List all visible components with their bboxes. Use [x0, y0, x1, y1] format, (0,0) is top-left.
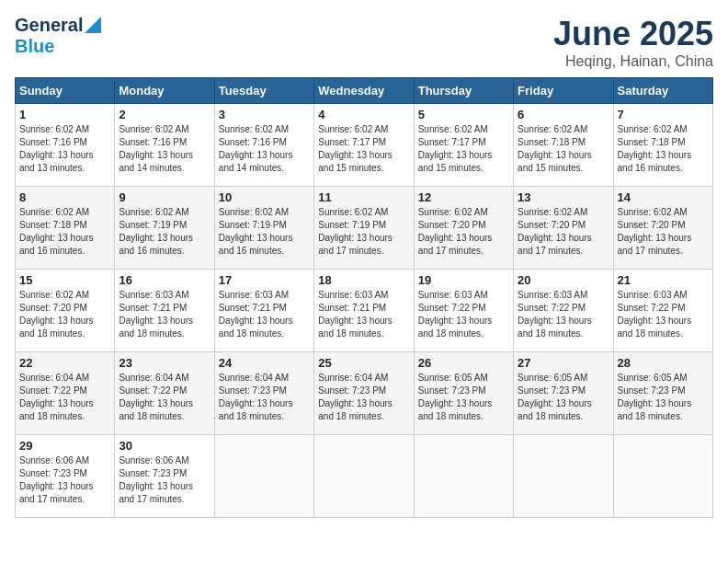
day-info: Sunrise: 6:02 AMSunset: 7:16 PMDaylight:… [19, 123, 110, 175]
month-title: June 2025 [553, 15, 713, 53]
day-info: Sunrise: 6:03 AMSunset: 7:22 PMDaylight:… [618, 289, 709, 340]
day-info: Sunrise: 6:02 AMSunset: 7:19 PMDaylight:… [119, 206, 210, 258]
day-number: 8 [19, 190, 110, 204]
col-sunday: Sunday [16, 78, 115, 104]
table-row: 1Sunrise: 6:02 AMSunset: 7:16 PMDaylight… [16, 104, 115, 187]
day-number: 11 [318, 190, 409, 204]
table-row [414, 435, 513, 518]
day-number: 23 [119, 356, 210, 370]
day-info: Sunrise: 6:04 AMSunset: 7:23 PMDaylight:… [318, 372, 409, 423]
table-row: 11Sunrise: 6:02 AMSunset: 7:19 PMDayligh… [314, 187, 414, 270]
day-number: 6 [518, 108, 609, 121]
table-row: 26Sunrise: 6:05 AMSunset: 7:23 PMDayligh… [414, 352, 513, 435]
table-row: 17Sunrise: 6:03 AMSunset: 7:21 PMDayligh… [214, 270, 313, 352]
day-info: Sunrise: 6:02 AMSunset: 7:19 PMDaylight:… [219, 206, 310, 258]
location-title: Heqing, Hainan, China [553, 53, 713, 70]
svg-marker-0 [85, 17, 101, 33]
table-row: 23Sunrise: 6:04 AMSunset: 7:22 PMDayligh… [115, 352, 214, 435]
day-number: 9 [119, 190, 210, 204]
day-info: Sunrise: 6:02 AMSunset: 7:20 PMDaylight:… [518, 206, 609, 258]
table-row: 3Sunrise: 6:02 AMSunset: 7:16 PMDaylight… [214, 104, 313, 187]
day-info: Sunrise: 6:02 AMSunset: 7:18 PMDaylight:… [518, 123, 609, 175]
day-info: Sunrise: 6:04 AMSunset: 7:23 PMDaylight:… [219, 372, 310, 423]
table-row: 2Sunrise: 6:02 AMSunset: 7:16 PMDaylight… [115, 104, 214, 187]
day-info: Sunrise: 6:02 AMSunset: 7:18 PMDaylight:… [19, 206, 110, 258]
day-number: 17 [219, 273, 310, 287]
table-row: 24Sunrise: 6:04 AMSunset: 7:23 PMDayligh… [214, 352, 313, 435]
title-area: June 2025 Heqing, Hainan, China [553, 15, 713, 70]
day-number: 29 [19, 439, 110, 453]
day-number: 2 [119, 108, 210, 121]
day-info: Sunrise: 6:03 AMSunset: 7:21 PMDaylight:… [119, 289, 210, 340]
col-friday: Friday [514, 78, 613, 104]
day-info: Sunrise: 6:03 AMSunset: 7:21 PMDaylight:… [219, 289, 310, 340]
calendar-week-row: 1Sunrise: 6:02 AMSunset: 7:16 PMDaylight… [16, 104, 713, 187]
logo: General Blue [15, 15, 101, 57]
day-number: 26 [418, 356, 509, 370]
table-row: 27Sunrise: 6:05 AMSunset: 7:23 PMDayligh… [514, 352, 613, 435]
day-info: Sunrise: 6:06 AMSunset: 7:23 PMDaylight:… [19, 454, 110, 506]
table-row [613, 435, 712, 518]
day-number: 12 [418, 190, 509, 204]
logo-general-text: General [15, 15, 83, 36]
table-row: 13Sunrise: 6:02 AMSunset: 7:20 PMDayligh… [514, 187, 613, 270]
table-row: 22Sunrise: 6:04 AMSunset: 7:22 PMDayligh… [16, 352, 115, 435]
day-info: Sunrise: 6:02 AMSunset: 7:20 PMDaylight:… [418, 206, 509, 258]
table-row: 28Sunrise: 6:05 AMSunset: 7:23 PMDayligh… [613, 352, 712, 435]
day-number: 19 [418, 273, 509, 287]
day-info: Sunrise: 6:03 AMSunset: 7:21 PMDaylight:… [318, 289, 409, 340]
day-info: Sunrise: 6:05 AMSunset: 7:23 PMDaylight:… [618, 372, 709, 423]
table-row: 9Sunrise: 6:02 AMSunset: 7:19 PMDaylight… [115, 187, 214, 270]
table-row: 7Sunrise: 6:02 AMSunset: 7:18 PMDaylight… [613, 104, 712, 187]
day-number: 22 [19, 356, 110, 370]
day-info: Sunrise: 6:02 AMSunset: 7:20 PMDaylight:… [19, 289, 110, 340]
day-info: Sunrise: 6:04 AMSunset: 7:22 PMDaylight:… [19, 372, 110, 423]
col-wednesday: Wednesday [314, 78, 414, 104]
day-number: 7 [618, 108, 709, 121]
day-number: 1 [19, 108, 110, 121]
day-number: 14 [618, 190, 709, 204]
table-row [514, 435, 613, 518]
calendar-header-row: Sunday Monday Tuesday Wednesday Thursday… [16, 78, 713, 104]
day-info: Sunrise: 6:02 AMSunset: 7:20 PMDaylight:… [618, 206, 709, 258]
table-row: 21Sunrise: 6:03 AMSunset: 7:22 PMDayligh… [613, 270, 712, 352]
calendar-week-row: 8Sunrise: 6:02 AMSunset: 7:18 PMDaylight… [16, 187, 713, 270]
day-number: 4 [318, 108, 409, 121]
col-tuesday: Tuesday [214, 78, 313, 104]
day-info: Sunrise: 6:03 AMSunset: 7:22 PMDaylight:… [518, 289, 609, 340]
table-row [214, 435, 313, 518]
table-row: 19Sunrise: 6:03 AMSunset: 7:22 PMDayligh… [414, 270, 513, 352]
calendar-week-row: 15Sunrise: 6:02 AMSunset: 7:20 PMDayligh… [16, 270, 713, 352]
table-row: 10Sunrise: 6:02 AMSunset: 7:19 PMDayligh… [214, 187, 313, 270]
page-header: General Blue June 2025 Heqing, Hainan, C… [15, 15, 713, 70]
day-number: 13 [518, 190, 609, 204]
col-thursday: Thursday [414, 78, 513, 104]
table-row: 5Sunrise: 6:02 AMSunset: 7:17 PMDaylight… [414, 104, 513, 187]
day-info: Sunrise: 6:05 AMSunset: 7:23 PMDaylight:… [418, 372, 509, 423]
day-info: Sunrise: 6:02 AMSunset: 7:19 PMDaylight:… [318, 206, 409, 258]
table-row: 8Sunrise: 6:02 AMSunset: 7:18 PMDaylight… [16, 187, 115, 270]
day-number: 10 [219, 190, 310, 204]
day-number: 15 [19, 273, 110, 287]
day-info: Sunrise: 6:02 AMSunset: 7:16 PMDaylight:… [119, 123, 210, 175]
day-number: 24 [219, 356, 310, 370]
day-number: 30 [119, 439, 210, 453]
table-row [314, 435, 414, 518]
table-row: 15Sunrise: 6:02 AMSunset: 7:20 PMDayligh… [16, 270, 115, 352]
day-number: 27 [518, 356, 609, 370]
day-number: 28 [618, 356, 709, 370]
day-info: Sunrise: 6:06 AMSunset: 7:23 PMDaylight:… [119, 454, 210, 506]
day-number: 3 [219, 108, 310, 121]
table-row: 25Sunrise: 6:04 AMSunset: 7:23 PMDayligh… [314, 352, 414, 435]
day-number: 20 [518, 273, 609, 287]
table-row: 20Sunrise: 6:03 AMSunset: 7:22 PMDayligh… [514, 270, 613, 352]
logo-blue-text: Blue [15, 36, 54, 57]
day-info: Sunrise: 6:03 AMSunset: 7:22 PMDaylight:… [418, 289, 509, 340]
day-number: 18 [318, 273, 409, 287]
day-number: 5 [418, 108, 509, 121]
day-info: Sunrise: 6:05 AMSunset: 7:23 PMDaylight:… [518, 372, 609, 423]
day-info: Sunrise: 6:02 AMSunset: 7:17 PMDaylight:… [418, 123, 509, 175]
day-info: Sunrise: 6:04 AMSunset: 7:22 PMDaylight:… [119, 372, 210, 423]
table-row: 14Sunrise: 6:02 AMSunset: 7:20 PMDayligh… [613, 187, 712, 270]
logo-icon [85, 17, 101, 33]
